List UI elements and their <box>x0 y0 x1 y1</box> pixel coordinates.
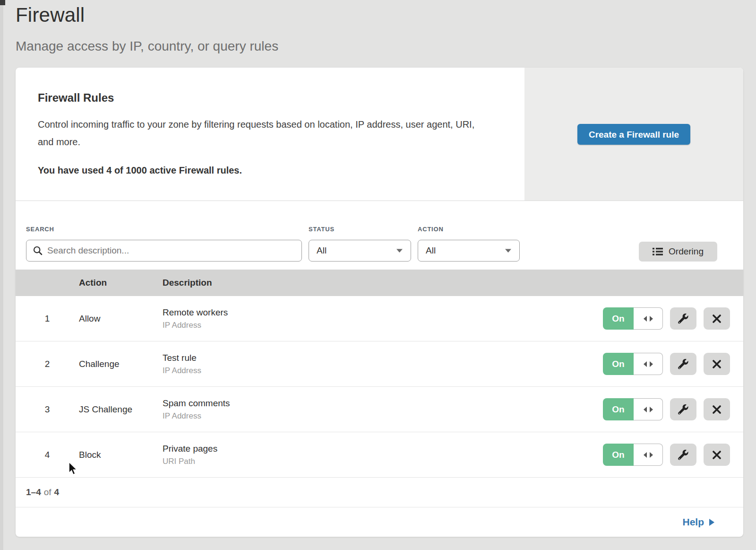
wrench-icon <box>678 314 688 324</box>
rule-priority: 1 <box>16 314 79 324</box>
pagination: 1–4 of 4 <box>16 478 743 507</box>
rule-enabled-toggle[interactable]: On <box>603 307 663 330</box>
toggle-handle[interactable] <box>634 444 663 466</box>
rule-controls: On <box>603 307 743 330</box>
rule-match-type: IP Address <box>163 366 603 375</box>
intro-section: Firewall Rules Control incoming traffic … <box>16 68 743 201</box>
rule-description: Remote workers <box>163 307 603 318</box>
rule-action: JS Challenge <box>79 404 163 415</box>
table-row: 3 JS Challenge Spam comments IP Address … <box>16 387 743 432</box>
rule-controls: On <box>603 353 743 375</box>
chevron-down-icon <box>396 248 403 253</box>
left-right-arrows-icon <box>643 315 653 322</box>
left-right-arrows-icon <box>643 452 653 458</box>
rule-priority: 4 <box>16 450 79 460</box>
delete-rule-button[interactable] <box>704 398 730 420</box>
action-select[interactable]: All <box>418 240 520 262</box>
search-field-group: SEARCH <box>26 226 302 262</box>
left-right-arrows-icon <box>643 406 653 413</box>
action-column-header: Action <box>79 278 163 288</box>
rule-enabled-toggle[interactable]: On <box>603 444 663 466</box>
table-row: 2 Challenge Test rule IP Address On <box>16 341 743 387</box>
wrench-icon <box>678 359 688 369</box>
table-header: Action Description <box>16 270 743 296</box>
toggle-on-label: On <box>603 398 634 420</box>
rule-enabled-toggle[interactable]: On <box>603 398 663 420</box>
toggle-handle[interactable] <box>634 398 663 420</box>
pagination-total: 4 <box>54 487 60 498</box>
intro-text-block: Firewall Rules Control incoming traffic … <box>16 68 524 201</box>
arrow-right-icon <box>709 518 715 526</box>
rule-action: Challenge <box>79 359 163 369</box>
delete-rule-button[interactable] <box>704 353 730 375</box>
wrench-icon <box>678 450 688 460</box>
ordering-button[interactable]: Ordering <box>639 242 717 262</box>
ordering-button-label: Ordering <box>669 246 704 257</box>
ordered-list-icon <box>653 247 663 256</box>
left-right-arrows-icon <box>643 361 653 367</box>
rule-controls: On <box>603 398 743 420</box>
rule-match-type: IP Address <box>163 411 603 421</box>
status-field-group: STATUS All <box>309 226 411 262</box>
action-label: ACTION <box>418 226 520 233</box>
toggle-on-label: On <box>603 353 634 375</box>
edit-rule-button[interactable] <box>670 353 696 375</box>
status-select-value: All <box>317 245 326 256</box>
window-left-edge <box>0 0 3 550</box>
edit-rule-button[interactable] <box>670 444 696 466</box>
status-label: STATUS <box>309 226 411 233</box>
create-firewall-rule-button[interactable]: Create a Firewall rule <box>577 124 690 145</box>
rule-priority: 2 <box>16 359 79 369</box>
rule-description: Test rule <box>163 353 603 363</box>
rule-description-cell: Test rule IP Address <box>163 353 603 375</box>
action-field-group: ACTION All <box>418 226 520 262</box>
rule-description: Private pages <box>163 444 603 454</box>
toggle-on-label: On <box>603 444 634 466</box>
usage-summary: You have used 4 of 1000 active Firewall … <box>38 165 506 176</box>
firewall-rules-card: Firewall Rules Control incoming traffic … <box>16 68 743 537</box>
edit-rule-button[interactable] <box>670 307 696 330</box>
rule-description: Spam comments <box>163 398 603 409</box>
pagination-of: of <box>44 487 52 498</box>
table-row: 4 Block Private pages URI Path On <box>16 432 743 478</box>
delete-rule-button[interactable] <box>704 307 730 330</box>
rule-action: Allow <box>79 314 163 324</box>
search-input[interactable] <box>47 245 295 256</box>
search-box[interactable] <box>26 240 302 262</box>
section-title: Firewall Rules <box>38 91 506 105</box>
page-header: Firewall Manage access by IP, country, o… <box>0 0 756 54</box>
search-icon <box>33 246 43 255</box>
rule-description-cell: Remote workers IP Address <box>163 307 603 330</box>
help-link-label: Help <box>682 516 704 528</box>
chevron-down-icon <box>505 248 512 253</box>
rule-description-cell: Private pages URI Path <box>163 444 603 466</box>
page-title: Firewall <box>16 4 756 26</box>
table-row: 1 Allow Remote workers IP Address On <box>16 296 743 341</box>
pagination-range: 1–4 <box>26 487 41 498</box>
close-icon <box>712 359 722 369</box>
close-icon <box>712 314 722 323</box>
page-subtitle: Manage access by IP, country, or query r… <box>16 39 756 54</box>
create-rule-panel: Create a Firewall rule <box>524 68 743 201</box>
rule-action: Block <box>79 450 163 460</box>
filters-bar: SEARCH STATUS All ACTION All <box>16 201 743 270</box>
toggle-handle[interactable] <box>634 353 663 375</box>
action-select-value: All <box>426 245 436 256</box>
rule-match-type: IP Address <box>163 321 603 330</box>
rule-description-cell: Spam comments IP Address <box>163 398 603 421</box>
search-label: SEARCH <box>26 226 302 233</box>
toggle-on-label: On <box>603 307 634 330</box>
rule-enabled-toggle[interactable]: On <box>603 353 663 375</box>
delete-rule-button[interactable] <box>704 444 730 466</box>
rule-match-type: URI Path <box>163 457 603 466</box>
status-select[interactable]: All <box>309 240 411 262</box>
close-icon <box>712 450 722 460</box>
close-icon <box>712 405 722 414</box>
card-footer: Help <box>16 507 743 537</box>
rule-priority: 3 <box>16 404 79 415</box>
toggle-handle[interactable] <box>634 307 663 330</box>
edit-rule-button[interactable] <box>670 398 696 420</box>
rule-controls: On <box>603 444 743 466</box>
wrench-icon <box>678 404 688 415</box>
help-link[interactable]: Help <box>682 516 715 528</box>
